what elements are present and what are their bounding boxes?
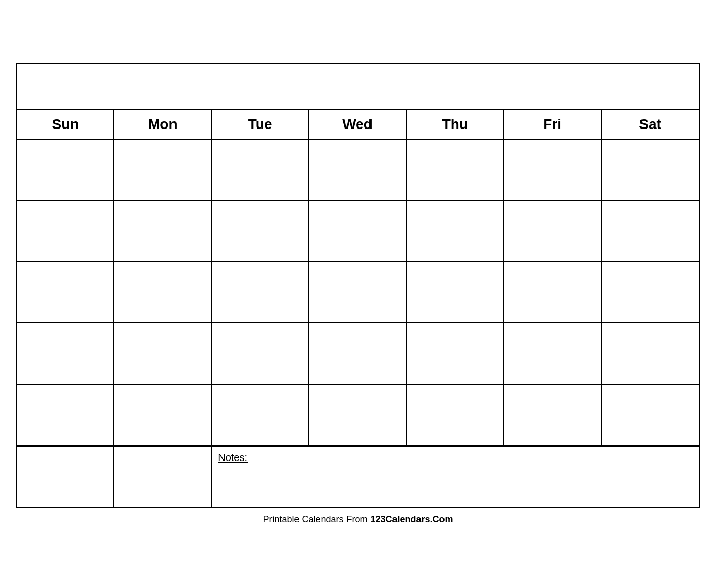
cell-4-sun[interactable] [17, 323, 115, 384]
cell-4-thu[interactable] [407, 323, 504, 384]
calendar-header: Sun Mon Tue Wed Thu Fri Sat [17, 110, 699, 140]
cell-1-wed[interactable] [309, 140, 407, 200]
calendar-row-4 [17, 323, 699, 385]
header-mon: Mon [114, 110, 212, 139]
cell-4-sat[interactable] [602, 323, 699, 384]
header-thu: Thu [407, 110, 504, 139]
calendar-row-3 [17, 262, 699, 323]
calendar-row-5 [17, 385, 699, 446]
cell-1-tue[interactable] [212, 140, 309, 200]
cell-5-sat[interactable] [602, 385, 699, 445]
cell-1-fri[interactable] [504, 140, 602, 200]
cell-2-sun[interactable] [17, 201, 115, 261]
cell-2-wed[interactable] [309, 201, 407, 261]
notes-row: Notes: [17, 446, 699, 507]
cell-4-fri[interactable] [504, 323, 602, 384]
cell-5-fri[interactable] [504, 385, 602, 445]
notes-label: Notes: [218, 452, 248, 463]
footer-text-plain: Printable Calendars From [263, 514, 370, 524]
cell-3-sun[interactable] [17, 262, 115, 322]
cell-2-sat[interactable] [602, 201, 699, 261]
cell-5-tue[interactable] [212, 385, 309, 445]
cell-2-fri[interactable] [504, 201, 602, 261]
calendar-row-2 [17, 201, 699, 262]
cell-4-wed[interactable] [309, 323, 407, 384]
header-wed: Wed [309, 110, 407, 139]
footer-text-bold: 123Calendars.Com [371, 514, 453, 524]
cell-3-mon[interactable] [114, 262, 212, 322]
cell-3-sat[interactable] [602, 262, 699, 322]
calendar-body: Notes: [17, 140, 699, 507]
cell-3-tue[interactable] [212, 262, 309, 322]
calendar-container: Sun Mon Tue Wed Thu Fri Sat [16, 63, 700, 508]
header-tue: Tue [212, 110, 309, 139]
footer: Printable Calendars From 123Calendars.Co… [263, 514, 453, 525]
cell-1-thu[interactable] [407, 140, 504, 200]
cell-2-tue[interactable] [212, 201, 309, 261]
notes-empty-1 [17, 447, 115, 507]
cell-3-fri[interactable] [504, 262, 602, 322]
notes-content[interactable]: Notes: [212, 447, 699, 507]
cell-5-sun[interactable] [17, 385, 115, 445]
cell-5-thu[interactable] [407, 385, 504, 445]
header-fri: Fri [504, 110, 602, 139]
cell-2-thu[interactable] [407, 201, 504, 261]
cell-2-mon[interactable] [114, 201, 212, 261]
calendar-title-row [17, 64, 699, 110]
cell-3-thu[interactable] [407, 262, 504, 322]
header-sat: Sat [602, 110, 699, 139]
cell-1-mon[interactable] [114, 140, 212, 200]
cell-4-tue[interactable] [212, 323, 309, 384]
calendar-row-1 [17, 140, 699, 201]
cell-4-mon[interactable] [114, 323, 212, 384]
header-sun: Sun [17, 110, 115, 139]
cell-1-sun[interactable] [17, 140, 115, 200]
cell-5-mon[interactable] [114, 385, 212, 445]
cell-5-wed[interactable] [309, 385, 407, 445]
cell-3-wed[interactable] [309, 262, 407, 322]
notes-empty-2 [114, 447, 212, 507]
cell-1-sat[interactable] [602, 140, 699, 200]
